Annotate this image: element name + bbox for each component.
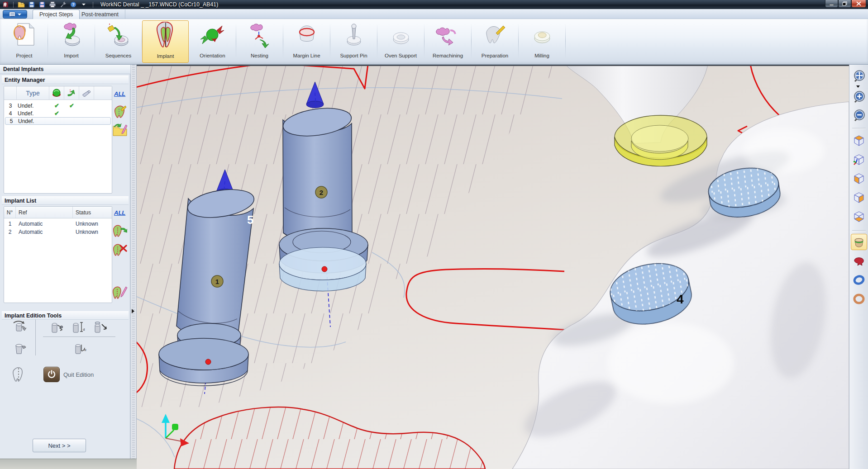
app-icon[interactable] <box>2 1 10 8</box>
implant-row-1[interactable]: 1 Automatic Unknown <box>4 220 112 228</box>
zoom-out-button[interactable] <box>851 108 867 124</box>
display-stock-button[interactable] <box>851 234 867 250</box>
restore-button[interactable] <box>838 0 851 8</box>
delete-implant-button[interactable] <box>112 242 128 257</box>
implant-height-icon: d <box>71 321 86 335</box>
orientation-status-icon[interactable] <box>49 86 64 99</box>
save-as-icon[interactable] <box>38 1 46 8</box>
toolbar-separator <box>93 2 93 8</box>
implant-base-point[interactable] <box>322 266 327 272</box>
section-title: Implant Edition Tools <box>5 313 62 319</box>
implant-row-2[interactable]: 2 Automatic Unknown <box>4 228 112 236</box>
ribbon-item-implant[interactable]: Implant <box>142 20 189 63</box>
implant-col-ref[interactable]: Ref <box>16 207 73 218</box>
ribbon-item-label: Milling <box>534 53 549 58</box>
panel-status-strip <box>0 459 137 469</box>
entity-row-5[interactable]: 5 Undef. <box>5 117 111 125</box>
ribbon-item-label: Preparation <box>482 53 508 58</box>
tools-divider <box>35 319 36 355</box>
entity-row-3[interactable]: 3 Undef. ✔ ✔ <box>4 102 112 109</box>
application-menu-button[interactable] <box>3 10 27 19</box>
check-icon: ✔ <box>64 102 79 109</box>
ribbon-item-project[interactable]: Project <box>1 20 48 63</box>
ribbon-item-import[interactable]: Import <box>48 20 95 63</box>
tab-project-steps[interactable]: Project Steps <box>33 9 80 19</box>
view-front-button[interactable] <box>851 171 867 187</box>
entity-num: 5 <box>5 118 17 125</box>
add-implant-button[interactable] <box>112 223 128 238</box>
entity-label-4: 4 <box>677 292 684 306</box>
ribbon-item-oven-support[interactable]: Oven Support <box>377 20 424 63</box>
3d-viewport-canvas[interactable]: 1 5 2 <box>137 65 849 469</box>
print-icon[interactable] <box>48 1 56 8</box>
ribbon-item-support-pin[interactable]: Support Pin <box>330 20 377 63</box>
entity-type: Undef. <box>17 110 49 117</box>
help-icon[interactable]: ? <box>69 1 77 8</box>
close-button[interactable] <box>851 0 866 8</box>
implant-body-icon <box>12 342 27 356</box>
view-bottom-button[interactable] <box>851 208 867 225</box>
view-right-button[interactable] <box>851 189 867 206</box>
implant-base-point[interactable] <box>205 359 211 365</box>
edit-implant-button[interactable] <box>112 284 128 300</box>
ribbon-item-preparation[interactable]: Preparation <box>472 20 518 63</box>
entity-row-4[interactable]: 4 Undef. ✔ ✔ <box>4 109 112 117</box>
ribbon-item-margin-line[interactable]: Margin Line <box>283 20 330 63</box>
zoom-in-icon <box>852 90 866 104</box>
tool-extract-implant-button[interactable] <box>93 320 108 336</box>
minimize-button[interactable] <box>825 0 838 8</box>
edit-folder-button[interactable] <box>112 122 128 137</box>
ribbon-item-label: Orientation <box>200 53 225 58</box>
panel-splitter[interactable] <box>130 65 137 459</box>
view-top-button[interactable] <box>851 133 867 149</box>
tooth-axis-toggle-button[interactable] <box>11 367 26 382</box>
implant-badge-number: 2 <box>320 189 323 196</box>
red-crown-icon <box>853 255 865 267</box>
entity-label-5: 5 <box>247 213 253 227</box>
display-abutment-button[interactable] <box>851 272 867 288</box>
tooth-delete-icon <box>113 243 127 256</box>
tooth-pencil-icon <box>112 285 128 299</box>
quit-edition-button[interactable] <box>43 367 60 382</box>
cube-bottom-icon <box>853 210 865 223</box>
panel-title-bar: Dental Implants <box>0 65 130 74</box>
edit-entity-button[interactable] <box>112 104 128 119</box>
zoom-fit-button[interactable] <box>851 68 867 85</box>
entity-show-all-button[interactable]: ALL <box>114 90 125 97</box>
implant-edition-tools-header: Implant Edition Tools <box>2 311 129 320</box>
tool-implant-angle-button[interactable]: α <box>72 341 88 357</box>
zoom-out-icon <box>852 109 866 123</box>
implant-show-all-button[interactable]: ALL <box>114 209 125 216</box>
cylinder-icon[interactable] <box>79 86 94 99</box>
axis-status-icon[interactable] <box>64 86 79 99</box>
tool-rotate-implant-button[interactable] <box>12 319 27 335</box>
tools-icon[interactable] <box>59 1 67 8</box>
view-iso-button[interactable] <box>851 152 867 168</box>
tool-implant-body-button[interactable] <box>12 341 27 357</box>
tooth-drill-icon <box>113 104 127 118</box>
next-button[interactable]: Next > > <box>33 439 86 452</box>
tool-implant-height-button[interactable]: d <box>71 320 86 336</box>
dental-implants-panel: Dental Implants Entity Manager Type <box>0 65 130 459</box>
entity-col-type[interactable]: Type <box>17 86 49 99</box>
display-margin-button[interactable] <box>851 253 867 269</box>
tab-post-treatment[interactable]: Post-treatment <box>75 9 125 19</box>
worknc-dental-window: ? WorkNC Dental _ _157.WNCD (CoCr10_AB41… <box>0 0 868 469</box>
display-ring-button[interactable] <box>851 291 867 307</box>
ribbon-item-nesting[interactable]: Nesting <box>236 20 283 63</box>
zoom-options-caret[interactable] <box>856 85 860 88</box>
implant-col-status[interactable]: Status <box>73 207 110 218</box>
ribbon-item-remachining[interactable]: Remachining <box>424 20 471 63</box>
ribbon-item-orientation[interactable]: Orientation <box>189 20 236 63</box>
save-icon[interactable] <box>28 1 35 8</box>
implant-col-num[interactable]: N° <box>4 207 16 218</box>
zoom-in-button[interactable] <box>851 89 867 105</box>
tool-clamp-implant-button[interactable] <box>49 320 64 336</box>
collapse-panel-icon[interactable] <box>132 309 134 313</box>
open-icon[interactable] <box>17 1 25 8</box>
ribbon-item-sequences[interactable]: Sequences <box>95 20 142 63</box>
power-icon <box>47 370 56 379</box>
more-icon[interactable] <box>80 1 87 8</box>
preparation-icon <box>472 20 518 49</box>
ribbon-item-milling[interactable]: Milling <box>519 20 565 63</box>
